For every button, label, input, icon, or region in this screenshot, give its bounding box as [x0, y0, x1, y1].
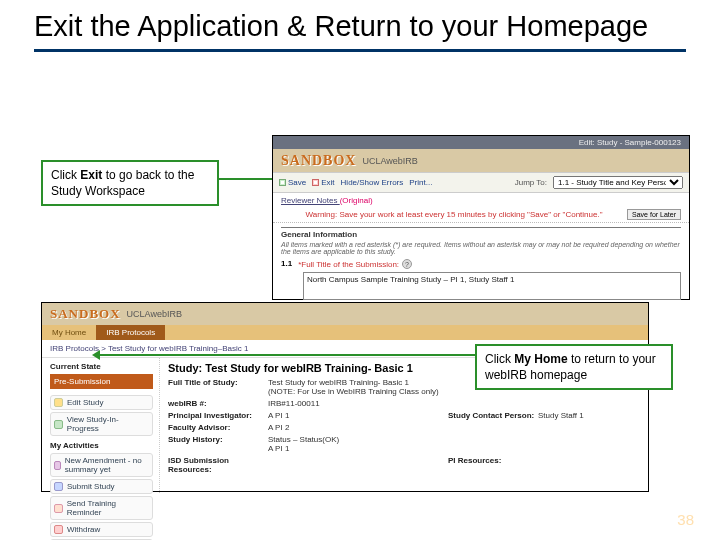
section-title: General Information — [281, 230, 681, 239]
training-icon — [54, 504, 63, 513]
v-irbnum: IRB#11-00011 — [268, 399, 448, 408]
reviewer-label: Reviewer Notes — [281, 196, 340, 205]
callout-text: Click — [51, 168, 80, 182]
withdraw-icon — [54, 525, 63, 534]
slide-title: Exit the Application & Return to your Ho… — [34, 10, 686, 43]
section-hint: All items marked with a red asterisk (*)… — [281, 241, 681, 255]
k-adv: Faculty Advisor: — [168, 423, 268, 432]
exit-icon — [312, 179, 319, 186]
k-pir: PI Resources: — [448, 456, 538, 474]
brand-text: SANDBOX — [281, 153, 356, 169]
btn-label: Send Training Reminder — [67, 499, 149, 517]
save-label: Save — [288, 178, 306, 187]
v-contact: Study Staff 1 — [538, 411, 640, 420]
btn-label: View Study-In-Progress — [67, 415, 149, 433]
amend-icon — [54, 461, 61, 470]
save-icon — [279, 179, 286, 186]
field-number: 1.1 — [281, 259, 292, 269]
save-warning-row: Warning: Save your work at least every 1… — [273, 207, 689, 223]
withdraw-button[interactable]: Withdraw — [50, 522, 153, 537]
callout-exit: Click Exit to go back to the Study Works… — [41, 160, 219, 206]
arrow-to-myhome — [95, 354, 475, 356]
title-rule — [34, 49, 686, 52]
warning-text: Warning: Save your work at least every 1… — [281, 210, 627, 219]
view-study-button[interactable]: View Study-In-Progress — [50, 412, 153, 436]
k-contact: Study Contact Person: — [448, 411, 538, 420]
top-tabs: My Home IRB Protocols — [42, 325, 648, 340]
edit-study-button[interactable]: Edit Study — [50, 395, 153, 410]
v-fulltitle: Test Study for webIRB Training- Basic 1 … — [268, 378, 448, 396]
jump-to-label: Jump To: — [515, 178, 547, 187]
training-button[interactable]: Send Training Reminder — [50, 496, 153, 520]
reviewer-orig: (Original) — [340, 196, 373, 205]
btn-label: New Amendment - no summary yet — [65, 456, 149, 474]
form-toolbar: Save Exit Hide/Show Errors Print... Jump… — [273, 173, 689, 193]
callout-text: Click — [485, 352, 514, 366]
tab-my-home[interactable]: My Home — [42, 325, 96, 340]
current-state: Pre-Submission — [50, 374, 153, 389]
field-label: *Full Title of the Submission:? — [298, 259, 412, 269]
page-number: 38 — [677, 511, 694, 528]
tab-irb-protocols[interactable]: IRB Protocols — [96, 325, 165, 340]
jump-to-select[interactable]: 1.1 - Study Title and Key Personnel — [553, 176, 683, 189]
brand-text: SANDBOX — [50, 306, 121, 322]
v-adv: A PI 2 — [268, 423, 448, 432]
exit-button[interactable]: Exit — [312, 178, 334, 187]
field-1-1: 1.1 *Full Title of the Submission:? — [281, 259, 681, 269]
btn-label: Submit Study — [67, 482, 115, 491]
logo-bar: SANDBOX UCLAwebIRB — [273, 149, 689, 173]
save-for-later-button[interactable]: Save for Later — [627, 209, 681, 220]
section-general-info: General Information All items marked wit… — [281, 227, 681, 255]
btn-label: Withdraw — [67, 525, 100, 534]
k-irbnum: webIRB #: — [168, 399, 268, 408]
v-pi: A PI 1 — [268, 411, 448, 420]
callout-myhome: Click My Home to return to your webIRB h… — [475, 344, 673, 390]
screenshot-study-workspace: SANDBOX UCLAwebIRB My Home IRB Protocols… — [41, 302, 649, 492]
title-textbox[interactable]: North Campus Sample Training Study – PI … — [303, 272, 681, 300]
btn-label: Edit Study — [67, 398, 103, 407]
submit-icon — [54, 482, 63, 491]
edit-icon — [54, 398, 63, 407]
sidebar: Current State Pre-Submission Edit Study … — [42, 358, 160, 493]
k-res: ISD Submission Resources: — [168, 456, 268, 474]
k-pi: Principal Investigator: — [168, 411, 268, 420]
brand-sub: UCLAwebIRB — [362, 156, 417, 166]
edit-bar: Edit: Study - Sample-000123 — [273, 136, 689, 149]
hide-errors-button[interactable]: Hide/Show Errors — [341, 178, 404, 187]
submit-study-button[interactable]: Submit Study — [50, 479, 153, 494]
k-hist: Study History: — [168, 435, 268, 453]
k-fulltitle: Full Title of Study: — [168, 378, 268, 396]
help-icon[interactable]: ? — [402, 259, 412, 269]
study-details: Full Title of Study: Test Study for webI… — [168, 378, 640, 474]
callout-bold: My Home — [514, 352, 567, 366]
v-hist: Status – Status(OK) A PI 1 — [268, 435, 448, 453]
amend-button[interactable]: New Amendment - no summary yet — [50, 453, 153, 477]
reviewer-notes[interactable]: Reviewer Notes (Original) — [273, 193, 689, 207]
logo-bar: SANDBOX UCLAwebIRB — [42, 303, 648, 325]
save-button[interactable]: Save — [279, 178, 306, 187]
exit-label: Exit — [321, 178, 334, 187]
view-icon — [54, 420, 63, 429]
print-button[interactable]: Print... — [409, 178, 432, 187]
screenshot-smartform: Edit: Study - Sample-000123 SANDBOX UCLA… — [272, 135, 690, 300]
activities-label: My Activities — [50, 441, 153, 450]
brand-sub: UCLAwebIRB — [127, 309, 182, 319]
callout-bold: Exit — [80, 168, 102, 182]
current-state-label: Current State — [50, 362, 153, 371]
